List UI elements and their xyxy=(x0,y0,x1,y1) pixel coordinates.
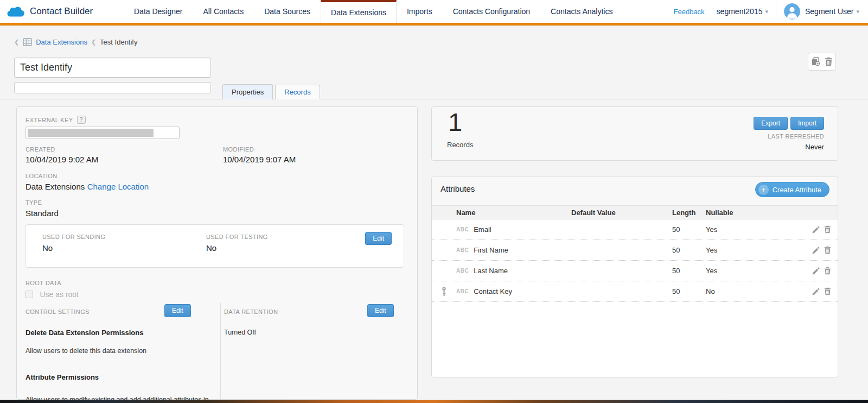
attribute-permissions-title: Attribute Permissions xyxy=(25,373,99,381)
properties-panel: EXTERNAL KEY ? CREATED 10/04/2019 9:02 A… xyxy=(16,106,418,400)
caret-down-icon[interactable]: ▾ xyxy=(856,8,859,15)
attribute-length: 50 xyxy=(672,246,706,254)
attribute-row[interactable]: ABC Contact Key 50 No xyxy=(432,281,838,302)
nav-item-data-designer[interactable]: Data Designer xyxy=(124,0,193,23)
help-icon[interactable]: ? xyxy=(77,116,86,124)
attribute-nullable: Yes xyxy=(706,267,800,275)
text-type-icon: ABC xyxy=(456,247,469,253)
text-type-icon: ABC xyxy=(456,268,469,274)
attribute-length: 50 xyxy=(672,267,706,275)
attribute-nullable: No xyxy=(706,287,800,295)
brand: Contact Builder xyxy=(7,0,93,23)
col-length: Length xyxy=(672,209,706,217)
records-count: 1 xyxy=(448,107,462,137)
usage-edit-button[interactable]: Edit xyxy=(365,232,392,245)
records-actions: Export Import xyxy=(754,117,824,130)
user-avatar[interactable] xyxy=(784,3,800,20)
delete-attribute-button[interactable] xyxy=(824,246,831,254)
data-extension-grid-icon xyxy=(23,38,32,46)
location-label: LOCATION xyxy=(25,173,58,179)
trash-icon xyxy=(824,287,831,295)
delete-button[interactable] xyxy=(825,57,833,66)
tab-records[interactable]: Records xyxy=(275,85,320,99)
nav-divider xyxy=(776,3,776,20)
breadcrumb: ❮ Data Extensions ❮ Test Identify xyxy=(14,38,137,46)
trash-icon xyxy=(824,267,831,275)
app-window: Contact Builder Data Designer All Contac… xyxy=(0,0,868,403)
external-key-redacted-value xyxy=(28,129,154,137)
primary-key-icon xyxy=(442,287,446,297)
attribute-row[interactable]: ABC First Name 50 Yes xyxy=(432,240,838,261)
trash-icon xyxy=(825,57,833,66)
edit-attribute-button[interactable] xyxy=(812,267,820,275)
attribute-name: Email xyxy=(474,225,492,234)
import-button[interactable]: Import xyxy=(790,117,824,130)
attribute-length: 50 xyxy=(672,225,706,234)
nav-right-cluster: Feedback segment2015 ▾ Segment User ▾ xyxy=(674,0,863,23)
copy-button[interactable] xyxy=(811,57,820,66)
breadcrumb-data-extensions-link[interactable]: Data Extensions xyxy=(36,38,87,46)
change-location-link[interactable]: Change Location xyxy=(87,182,149,191)
type-value: Standard xyxy=(25,209,59,218)
nav-item-data-extensions[interactable]: Data Extensions xyxy=(321,0,397,26)
breadcrumb-current: Test Identify xyxy=(100,38,137,46)
nav-item-all-contacts[interactable]: All Contacts xyxy=(193,0,254,23)
nav-item-data-sources[interactable]: Data Sources xyxy=(254,0,321,23)
edit-attribute-button[interactable] xyxy=(812,287,820,295)
attribute-nullable: Yes xyxy=(706,246,800,254)
delete-attribute-button[interactable] xyxy=(824,267,831,275)
use-as-root-checkbox[interactable] xyxy=(25,291,33,298)
modified-label: MODIFIED xyxy=(223,146,254,153)
created-label: CREATED xyxy=(25,146,55,153)
external-key-label: EXTERNAL KEY xyxy=(25,117,73,123)
account-menu[interactable]: segment2015 xyxy=(717,7,763,16)
plus-icon: + xyxy=(758,185,769,195)
feedback-link[interactable]: Feedback xyxy=(674,8,705,16)
chevron-left-icon[interactable]: ❮ xyxy=(14,39,19,46)
extension-name-input[interactable] xyxy=(14,58,211,78)
modified-value: 10/04/2019 9:07 AM xyxy=(223,155,296,164)
data-retention-edit-button[interactable]: Edit xyxy=(367,304,394,317)
edit-attribute-button[interactable] xyxy=(812,225,820,234)
create-attribute-button[interactable]: + Create Attribute xyxy=(755,182,829,197)
delete-permissions-desc: Allow users to delete this data extensio… xyxy=(25,347,146,355)
type-label: TYPE xyxy=(25,199,42,206)
last-refreshed-value: Never xyxy=(805,143,824,151)
delete-attribute-button[interactable] xyxy=(824,225,831,234)
copy-plus-icon xyxy=(811,57,820,66)
used-for-sending-label: USED FOR SENDING xyxy=(42,234,105,240)
export-button[interactable]: Export xyxy=(754,117,788,130)
location-value: Data Extensions xyxy=(25,182,85,191)
nav-item-contacts-configuration[interactable]: Contacts Configuration xyxy=(443,0,540,23)
root-data-label: ROOT DATA xyxy=(25,280,61,286)
attributes-title: Attributes xyxy=(441,184,475,193)
attribute-row[interactable]: ABC Email 50 Yes xyxy=(432,219,838,240)
col-default-value: Default Value xyxy=(571,209,672,217)
tab-properties[interactable]: Properties xyxy=(222,84,273,99)
nav-item-contacts-analytics[interactable]: Contacts Analytics xyxy=(540,0,623,23)
last-refreshed-label: LAST REFRESHED xyxy=(768,133,824,140)
trash-icon xyxy=(824,225,831,234)
caret-down-icon[interactable]: ▾ xyxy=(765,8,768,15)
attribute-row[interactable]: ABC Last Name 50 Yes xyxy=(432,261,838,281)
text-type-icon: ABC xyxy=(456,226,469,232)
control-settings-edit-button[interactable]: Edit xyxy=(164,304,191,317)
extension-description-input[interactable] xyxy=(14,82,211,93)
external-key-input[interactable] xyxy=(25,127,180,139)
primary-nav: Data Designer All Contacts Data Sources … xyxy=(124,0,623,26)
use-as-root-label: Use as root xyxy=(40,290,79,299)
delete-attribute-button[interactable] xyxy=(824,287,831,295)
app-title: Contact Builder xyxy=(30,6,93,17)
attributes-table-header: Name Default Value Length Nullable xyxy=(432,206,838,219)
settings-divider xyxy=(220,303,221,399)
desktop-edge-strip xyxy=(0,400,868,403)
data-retention-label: DATA RETENTION xyxy=(224,308,278,315)
chevron-left-icon: ❮ xyxy=(91,39,96,46)
user-menu[interactable]: Segment User xyxy=(805,7,853,16)
attribute-name: First Name xyxy=(474,246,508,254)
nav-item-imports[interactable]: Imports xyxy=(397,0,443,23)
object-actions xyxy=(808,53,836,71)
edit-attribute-button[interactable] xyxy=(812,246,820,254)
pencil-icon xyxy=(812,226,820,234)
top-nav: Contact Builder Data Designer All Contac… xyxy=(0,0,868,23)
